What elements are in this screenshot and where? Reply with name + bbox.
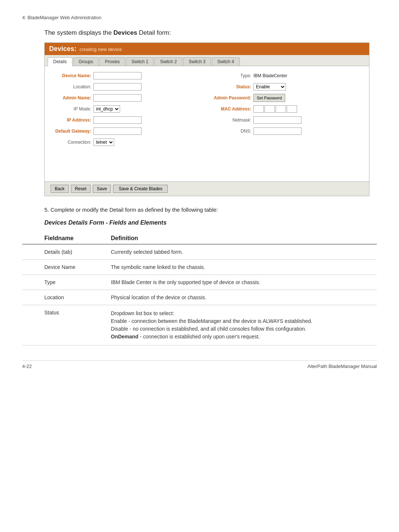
tab-switch3[interactable]: Switch 3 <box>183 57 211 66</box>
page-header: 4: BladeManager Web Administration <box>22 15 377 20</box>
tab-switch2[interactable]: Switch 2 <box>154 57 182 66</box>
fieldname-cell: Status <box>22 305 103 345</box>
netmask-label: Netmask: <box>211 117 251 123</box>
ip-mode-label: IP Mode: <box>51 106 91 112</box>
table-row: Device Name The symbolic name linked to … <box>22 260 377 275</box>
definition-cell: Physical location of the device or chass… <box>103 290 377 305</box>
table-row: Details (tab) Currently selected tabbed … <box>22 244 377 260</box>
mac-box-1[interactable] <box>253 105 264 113</box>
definition-cell: Dropdown list box to select: Enable - co… <box>103 305 377 345</box>
fields-table: Fieldname Definition Details (tab) Curre… <box>22 233 377 345</box>
intro-text: The system displays the Devices Detail f… <box>44 29 377 37</box>
tabs-row: Details Groups Proxies Switch 1 Switch 2… <box>45 55 369 66</box>
mac-address-row: MAC Address: <box>211 105 363 113</box>
definition-cell: IBM Blade Center is the only supported t… <box>103 275 377 290</box>
ip-address-input[interactable] <box>93 116 141 124</box>
step5-text: 5. Complete or modify the Detail form as… <box>44 207 377 213</box>
mac-box-4[interactable] <box>287 105 297 113</box>
type-value: IBM BladeCenter <box>253 73 287 78</box>
fieldname-cell: Type <box>22 275 103 290</box>
admin-password-label: Admin Password: <box>211 95 251 100</box>
ip-address-label: IP Address: <box>51 117 91 123</box>
tab-groups[interactable]: Groups <box>73 57 99 66</box>
ip-mode-row: IP Mode: int_dhcp static dhcp <box>51 105 203 113</box>
intro-after: Detail form: <box>137 29 171 36</box>
intro-bold: Devices <box>113 29 137 36</box>
table-row: Location Physical location of the device… <box>22 290 377 305</box>
device-name-input[interactable] <box>93 72 141 79</box>
devices-form-title: Devices: <box>49 45 76 53</box>
save-create-blades-button[interactable]: Save & Create Blades <box>113 185 168 193</box>
type-row: Type: IBM BladeCenter <box>211 71 363 80</box>
device-name-label: Device Name: <box>51 73 91 78</box>
connection-select[interactable]: telnet ssh <box>93 139 114 146</box>
col-fieldname: Fieldname <box>22 233 103 244</box>
fieldname-cell: Location <box>22 290 103 305</box>
intro-before: The system displays the <box>44 29 113 36</box>
admin-password-row: Admin Password: Set Password <box>211 93 363 102</box>
tab-switch4[interactable]: Switch 4 <box>212 57 239 66</box>
connection-label: Connection: <box>51 140 91 145</box>
status-row: Status: Enable Disable OnDemand <box>211 82 363 91</box>
ip-address-row: IP Address: <box>51 116 203 125</box>
table-row: Type IBM Blade Center is the only suppor… <box>22 275 377 290</box>
page-footer: 4-22 AlterPath BladeManager Manual <box>22 360 377 369</box>
netmask-row: Netmask: <box>211 116 363 125</box>
form-grid: Device Name: Location: Admin Name: IP Mo… <box>51 71 363 147</box>
type-label: Type: <box>211 73 251 78</box>
mac-boxes <box>253 105 297 113</box>
footer-page-number: 4-22 <box>22 364 32 369</box>
device-name-row: Device Name: <box>51 71 203 80</box>
connection-row: Connection: telnet ssh <box>51 138 203 147</box>
mac-address-label: MAC Address: <box>211 106 251 112</box>
status-definition: Dropdown list box to select: Enable - co… <box>111 310 369 341</box>
table-row: Status Dropdown list box to select: Enab… <box>22 305 377 345</box>
admin-name-label: Admin Name: <box>51 95 91 100</box>
definition-cell: The symbolic name linked to the chassis. <box>103 260 377 275</box>
definition-cell: Currently selected tabbed form. <box>103 244 377 260</box>
form-left: Device Name: Location: Admin Name: IP Mo… <box>51 71 203 147</box>
location-input[interactable] <box>93 83 141 91</box>
admin-name-row: Admin Name: <box>51 93 203 102</box>
devices-form-header: Devices: creating new device <box>45 43 369 55</box>
location-row: Location: <box>51 82 203 91</box>
fieldname-cell: Details (tab) <box>22 244 103 260</box>
mac-box-2[interactable] <box>265 105 275 113</box>
tab-switch1[interactable]: Switch 1 <box>126 57 154 66</box>
form-body: Device Name: Location: Admin Name: IP Mo… <box>45 66 369 181</box>
section-title: Devices Details Form - Fields and Elemen… <box>44 219 377 226</box>
save-button[interactable]: Save <box>93 185 111 193</box>
set-password-button[interactable]: Set Password <box>253 94 285 102</box>
location-label: Location: <box>51 84 91 89</box>
fieldname-cell: Device Name <box>22 260 103 275</box>
netmask-input[interactable] <box>253 116 301 124</box>
admin-name-input[interactable] <box>93 94 141 102</box>
col-definition: Definition <box>103 233 377 244</box>
status-select[interactable]: Enable Disable OnDemand <box>253 83 286 91</box>
devices-form-container: Devices: creating new device Details Gro… <box>44 42 369 196</box>
footer-manual-title: AlterPath BladeManager Manual <box>307 364 377 369</box>
form-right: Type: IBM BladeCenter Status: Enable Dis… <box>211 71 363 147</box>
ip-mode-select[interactable]: int_dhcp static dhcp <box>93 105 120 113</box>
tab-proxies[interactable]: Proxies <box>99 57 125 66</box>
default-gateway-row: Default Gateway: <box>51 127 203 136</box>
dns-label: DNS: <box>211 129 251 134</box>
default-gateway-input[interactable] <box>93 127 141 135</box>
devices-form-subtitle: creating new device <box>79 47 122 52</box>
back-button[interactable]: Back <box>51 185 69 193</box>
mac-box-3[interactable] <box>276 105 286 113</box>
reset-button[interactable]: Reset <box>71 185 91 193</box>
dns-input[interactable] <box>253 127 301 135</box>
tab-details[interactable]: Details <box>48 57 72 66</box>
form-footer: Back Reset Save Save & Create Blades <box>45 181 369 196</box>
dns-row: DNS: <box>211 127 363 136</box>
ondemand-bold: OnDemand <box>111 334 139 340</box>
status-label: Status: <box>211 84 251 89</box>
default-gateway-label: Default Gateway: <box>51 129 91 134</box>
